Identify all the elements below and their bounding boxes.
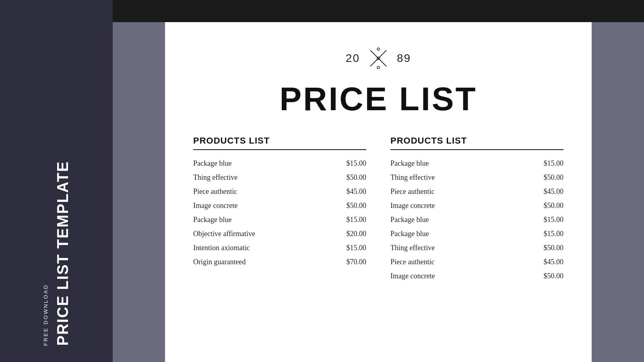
product-price: $50.00 <box>531 272 564 280</box>
left-column-heading: PRODUCTS LIST <box>193 136 366 146</box>
product-name: Thing effective <box>193 173 237 182</box>
table-row: Piece authentic $45.00 <box>193 185 366 199</box>
table-row: Package blue $15.00 <box>193 213 366 227</box>
logo-x-icon <box>366 46 390 70</box>
main-title: PRICE LIST <box>193 82 564 115</box>
table-row: Package blue $15.00 <box>390 227 564 241</box>
table-row: Package blue $15.00 <box>390 213 564 227</box>
product-price: $20.00 <box>334 230 366 238</box>
left-column-divider <box>193 149 366 150</box>
table-row: Origin guaranteed $70.00 <box>193 255 366 269</box>
table-row: Objective affirmative $20.00 <box>193 227 366 241</box>
product-name: Package blue <box>390 216 429 224</box>
logo-area: 20 89 <box>193 46 564 70</box>
product-name: Image concrete <box>193 202 237 210</box>
table-row: Image concrete $50.00 <box>390 199 564 213</box>
product-price: $50.00 <box>531 173 564 182</box>
product-name: Image concrete <box>390 272 435 280</box>
left-products-column: PRODUCTS LIST Package blue $15.00 Thing … <box>193 136 366 283</box>
right-products-list: Package blue $15.00 Thing effective $50.… <box>390 156 564 283</box>
table-row: Piece authentic $45.00 <box>390 255 564 269</box>
content-area: 20 89 PRICE LIST <box>113 0 644 362</box>
product-name: Package blue <box>193 216 231 224</box>
logo-year-right: 89 <box>397 52 411 65</box>
product-name: Piece authentic <box>390 258 434 266</box>
product-price: $15.00 <box>334 159 366 168</box>
product-name: Image concrete <box>390 202 435 210</box>
table-row: Intention axiomatic $15.00 <box>193 241 366 255</box>
product-price: $45.00 <box>531 187 564 196</box>
top-bar <box>113 0 644 22</box>
product-name: Package blue <box>193 159 231 168</box>
right-column-heading: PRODUCTS LIST <box>390 136 564 146</box>
product-name: Package blue <box>390 159 429 168</box>
sidebar-text-container: FREE DOWNLOAD PRICE LIST TEMPLATE <box>43 161 70 346</box>
table-row: Image concrete $50.00 <box>390 269 564 283</box>
product-name: Piece authentic <box>390 187 434 196</box>
product-price: $45.00 <box>334 187 366 196</box>
table-row: Thing effective $50.00 <box>193 171 366 185</box>
product-name: Thing effective <box>390 244 435 252</box>
product-price: $50.00 <box>531 202 564 210</box>
product-price: $50.00 <box>334 202 366 210</box>
document: 20 89 PRICE LIST <box>165 22 592 362</box>
left-products-list: Package blue $15.00 Thing effective $50.… <box>193 156 366 269</box>
product-price: $45.00 <box>531 258 564 266</box>
product-name: Piece authentic <box>193 187 237 196</box>
svg-point-3 <box>377 48 380 50</box>
product-price: $15.00 <box>334 244 366 252</box>
product-name: Package blue <box>390 230 429 238</box>
product-price: $70.00 <box>334 258 366 266</box>
product-price: $15.00 <box>531 230 564 238</box>
table-row: Piece authentic $45.00 <box>390 185 564 199</box>
product-price: $50.00 <box>334 173 366 182</box>
table-row: Package blue $15.00 <box>193 156 366 171</box>
sidebar: FREE DOWNLOAD PRICE LIST TEMPLATE <box>0 0 113 362</box>
right-products-column: PRODUCTS LIST Package blue $15.00 Thing … <box>390 136 564 283</box>
product-name: Objective affirmative <box>193 230 255 238</box>
table-row: Thing effective $50.00 <box>390 241 564 255</box>
svg-point-4 <box>377 66 380 69</box>
table-row: Package blue $15.00 <box>390 156 564 171</box>
product-name: Thing effective <box>390 173 435 182</box>
product-name: Origin guaranteed <box>193 258 246 266</box>
product-price: $15.00 <box>531 216 564 224</box>
right-column-divider <box>390 149 564 150</box>
sidebar-free-download-label: FREE DOWNLOAD <box>43 284 49 346</box>
product-price: $15.00 <box>334 216 366 224</box>
product-price: $50.00 <box>531 244 564 252</box>
product-name: Intention axiomatic <box>193 244 250 252</box>
products-columns: PRODUCTS LIST Package blue $15.00 Thing … <box>193 136 564 283</box>
product-price: $15.00 <box>531 159 564 168</box>
sidebar-title-label: PRICE LIST TEMPLATE <box>55 161 70 346</box>
logo-year-left: 20 <box>346 52 360 65</box>
table-row: Image concrete $50.00 <box>193 199 366 213</box>
table-row: Thing effective $50.00 <box>390 171 564 185</box>
